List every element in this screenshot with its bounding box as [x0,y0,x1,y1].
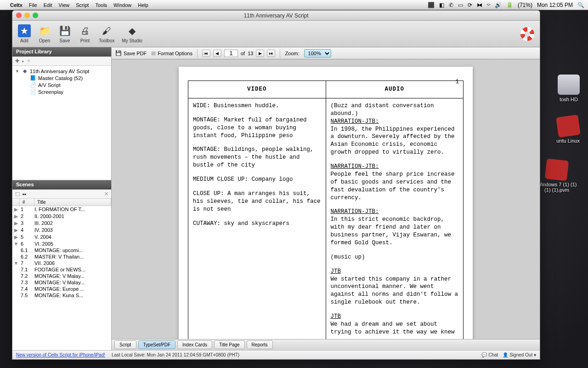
volume-icon[interactable]: 🔊 [495,2,502,8]
scene-row[interactable]: ▶3III. 2002 [12,220,111,227]
project-tree[interactable]: ▼◆11th Anniversary AV Script📘Master Cata… [12,66,111,180]
prev-page-button[interactable]: ◀ [213,50,221,57]
app-window: 11th Anniversary AV Script ★Add 📁Open 💾S… [12,10,540,360]
pdf-toolbar: 💾Save PDF ▤Format Options ⏮ ◀ of 13 ▶ ⏭ … [112,47,540,59]
scenes-tool-icon[interactable]: ⬚ [15,191,20,197]
desktop: tosh HD untu Linux Windows 7 (1) (1) (1)… [0,10,588,368]
scene-row[interactable]: 7.4MONTAGE: Europe ... [12,286,111,292]
tree-item[interactable]: ▼◆11th Anniversary AV Script [13,68,110,75]
next-page-button[interactable]: ▶ [256,50,264,57]
battery-icon[interactable]: 🔋 [506,2,513,8]
view-tab[interactable]: Index Cards [177,340,212,349]
menu-script[interactable]: Script [76,2,89,8]
spotlight-icon[interactable]: 🔍 [577,2,584,8]
mystudio-button[interactable]: ◆My Studio [122,24,142,43]
zoom-select[interactable]: 100% [304,49,331,58]
desktop-drive-icon[interactable]: tosh HD [558,75,580,102]
folder-button[interactable]: ▪ [22,58,24,64]
open-button[interactable]: 📁Open [38,24,51,43]
wifi-icon[interactable]: ⌔ [487,2,490,8]
save-pdf-button[interactable]: 💾Save PDF [115,50,147,56]
first-page-button[interactable]: ⏮ [202,50,210,57]
scene-row[interactable]: 7.2MONTAGE: V Malay... [12,273,111,279]
page-input[interactable] [224,50,238,57]
display-icon[interactable]: ▭ [458,2,463,8]
scene-row[interactable]: ▼7VII. 2006 [12,260,111,266]
main-toolbar: ★Add 📁Open 💾Save 🖨Print 🖌Toolbox ◆My Stu… [12,21,540,47]
tree-item[interactable]: 📄Screenplay [13,88,110,95]
scene-row[interactable]: ▶2II. 2000-2001 [12,213,111,220]
page-number: 1 [456,79,459,85]
scene-row[interactable]: ▶4IV. 2003 [12,227,111,234]
view-tab[interactable]: Title Page [214,340,245,349]
menu-tools[interactable]: Tools [95,2,107,8]
scene-row[interactable]: 7.1FOOTAGE or NEWS... [12,266,111,273]
menu-window[interactable]: Window [113,2,131,8]
desktop-vm-icon[interactable]: Windows 7 (1) (1) (1) (1).pvm [534,160,580,193]
zoom-label: Zoom: [285,51,299,56]
help-icon[interactable] [520,27,534,41]
app-menu[interactable]: Celtx [10,2,23,8]
audio-column: (Buzz and distant conversation abound.)N… [326,98,464,339]
desktop-icon-label: Windows 7 (1) (1) (1) (1).pvm [534,182,580,193]
scene-row[interactable]: ▼6VI. 2005 [12,241,111,247]
statusbar: New version of Celtx Script for iPhone/i… [12,350,540,359]
view-tab[interactable]: TypeSet/PDF [138,340,175,349]
battery-percent: (71%) [518,2,532,8]
video-header: VIDEO [188,81,326,98]
update-link[interactable]: New version of Celtx Script for iPhone/i… [16,352,105,357]
toolbox-button[interactable]: 🖌Toolbox [99,24,114,43]
mac-menubar: Celtx File Edit View Script Tools Window… [0,0,588,10]
scene-row[interactable]: 6.1MONTAGE: upcomi... [12,247,111,253]
window-close-button[interactable] [16,12,22,18]
phone-icon[interactable]: ✆ [449,2,453,8]
last-page-button[interactable]: ⏭ [267,50,275,57]
menu-edit[interactable]: Edit [44,2,52,8]
menu-file[interactable]: File [29,2,37,8]
of-label: of [241,51,245,56]
sidebar: Project Library ✚ ▪ ✕ ▼◆11th Anniversary… [12,47,112,350]
save-button[interactable]: 💾Save [58,24,71,43]
scene-row[interactable]: ▶5V. 2004 [12,234,111,241]
view-tab[interactable]: Script [114,340,136,349]
scene-row[interactable]: ▶1I. FORMATION OF T... [12,206,111,213]
account-status[interactable]: 👤 Signed Out ▾ [503,352,536,357]
av-script-table: VIDEO AUDIO WIDE: Businessmen huddle.MON… [188,80,464,339]
last-save-label: Last Local Save: Mon Jan 24 2011 12:04:5… [112,352,239,357]
view-tabs: ScriptTypeSet/PDFIndex CardsTitle PageRe… [112,339,540,350]
document-scroll[interactable]: 1 VIDEO AUDIO WIDE: Businessmen huddle.M… [112,59,540,339]
clock[interactable]: Mon 12:05 PM [537,2,573,8]
scene-row[interactable]: 7.3MONTAGE: V Malay... [12,279,111,286]
window-minimize-button[interactable] [24,12,30,18]
desktop-vm-icon[interactable]: untu Linux [556,116,580,144]
script-page: 1 VIDEO AUDIO WIDE: Businessmen huddle.M… [179,67,473,339]
scenes-header: Scenes [12,180,111,190]
tree-item[interactable]: 📄A/V Script [13,81,110,88]
menu-help[interactable]: Help [138,2,148,8]
window-zoom-button[interactable] [33,12,38,18]
library-toolbar: ✚ ▪ ✕ [12,57,111,66]
window-titlebar[interactable]: 11th Anniversary AV Script [12,11,540,21]
tree-item[interactable]: 📘Master Catalog (52) [13,75,110,81]
delete-button[interactable]: ✕ [27,58,31,64]
menu-view[interactable]: View [59,2,70,8]
scene-row[interactable]: 7.5MONTAGE: Kuna S... [12,292,111,299]
document-area: 💾Save PDF ▤Format Options ⏮ ◀ of 13 ▶ ⏭ … [112,47,540,350]
view-tab[interactable]: Reports [247,340,273,349]
add-button[interactable]: ★Add [18,24,31,43]
window-title: 11th Anniversary AV Script [243,12,308,19]
page-navigation: ⏮ ◀ of 13 ▶ ⏭ [202,50,275,57]
add-item-button[interactable]: ✚ [15,58,19,64]
scene-row[interactable]: 6.2MASTER: V Thailan... [12,253,111,260]
scenes-tool-icon[interactable]: ▪▪ [23,191,26,197]
close-icon[interactable]: ✕ [104,191,108,197]
status-icon[interactable]: ⬛ [428,2,435,8]
format-options-button[interactable]: ▤Format Options [151,50,192,56]
sync-icon[interactable]: ⟳ [468,2,472,8]
video-column: WIDE: Businessmen huddle.MONTAGE: Market… [188,98,326,339]
scenes-list[interactable]: ▶1I. FORMATION OF T...▶2II. 2000-2001▶3I… [12,206,111,350]
status-icon[interactable]: ◧ [439,2,444,8]
print-button[interactable]: 🖨Print [79,24,91,43]
chat-button[interactable]: 💬 Chat [481,352,498,357]
bluetooth-icon[interactable]: ⧓ [477,2,482,8]
